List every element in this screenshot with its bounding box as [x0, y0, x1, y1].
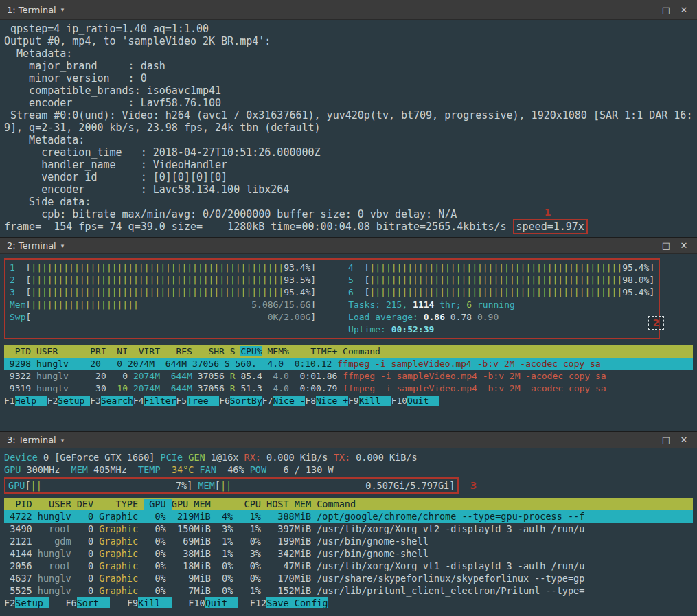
maximize-button[interactable]: □: [657, 435, 675, 445]
gpu-process-row-2056[interactable]: 2056 root 0 Graphic 0% 18MiB 0% 0% 47MiB…: [4, 560, 693, 572]
gpu-process-row-2121[interactable]: 2121 gdm 0 Graphic 0% 69MiB 1% 0% 199MiB…: [4, 535, 693, 547]
text-segment: 0: [77, 523, 100, 534]
text-segment: 644M: [165, 383, 198, 393]
text-segment: MEM% TIME+ Command: [262, 346, 380, 356]
text-segment: R: [230, 383, 241, 393]
fkey-help[interactable]: Help: [15, 396, 47, 406]
meter-line: Swp[ 0K/2.00G] Load average: 0.86 0.78 0…: [10, 311, 654, 323]
text-segment: root: [38, 523, 77, 534]
fkey-f7[interactable]: F7: [262, 396, 273, 406]
sort-column-cpu[interactable]: CPU%: [240, 346, 262, 356]
text-segment: 1114: [413, 299, 434, 310]
fkey-f6[interactable]: F6: [65, 597, 76, 608]
fkey-f9[interactable]: F9: [127, 597, 138, 608]
text-segment: [: [354, 275, 369, 285]
terminal-line: Metadata:: [4, 47, 693, 60]
terminal-line: vendor_id : [0][0][0][0]: [4, 171, 693, 183]
gpu-process-row-4144[interactable]: 4144 hunglv 0 Graphic 0% 38MiB 1% 3% 342…: [4, 547, 693, 560]
close-button[interactable]: ✕: [675, 5, 693, 15]
gpu-process-row-3490[interactable]: 3490 root 0 Graphic 0% 150MiB 3% 1% 397M…: [4, 523, 693, 535]
annotation-box-2: 1 [|||||||||||||||||||||||||||||||||||||…: [4, 258, 660, 339]
htop-table-header[interactable]: PID USER PRI NI VIRT RES SHR S CPU% MEM%…: [4, 345, 693, 358]
text-segment: ]: [649, 262, 654, 273]
terminal-line: Stream #0:0(und): Video: h264 (avc1 / 0x…: [4, 109, 693, 122]
terminal-line: creation_time : 2018-04-27T10:51:26.0000…: [4, 146, 693, 159]
fkey-f10[interactable]: F10: [391, 396, 407, 406]
text-segment: running: [472, 299, 515, 310]
text-segment: ffmpeg -i sampleVideo.mp4 -b:v 2M -acode…: [343, 383, 606, 393]
text-segment: 0: [77, 573, 100, 584]
gpu-process-row-4637[interactable]: 4637 hunglv 0 Graphic 0% 9MiB 0% 0% 170M…: [4, 572, 693, 584]
maximize-button[interactable]: □: [657, 240, 675, 251]
text-segment: PCIe: [155, 452, 188, 463]
fkey-tree[interactable]: Tree: [187, 396, 219, 406]
text-segment: POW: [250, 464, 273, 475]
text-segment: /usr/lib/pritunl_client_electron/Pritunl…: [317, 585, 584, 596]
process-row-9322[interactable]: 9322 hunglv 20 0 2074M 644M 37056 R 85.4…: [4, 370, 693, 383]
fkey-quit[interactable]: Quit: [407, 396, 439, 406]
fkey-kill[interactable]: Kill: [359, 396, 391, 406]
text-segment: 405MHz: [93, 464, 138, 475]
text-segment: ]: [449, 480, 455, 491]
text-segment: ||||||||||||||||||||||||||||||||||||||||…: [369, 287, 622, 297]
text-segment: 98.0%: [622, 275, 649, 285]
sort-column-gpu[interactable]: GPU: [144, 499, 172, 510]
fkey-save-config[interactable]: Save Config: [266, 597, 328, 608]
text-segment: 300MHz: [27, 464, 71, 475]
ffmpeg-progress-line: frame= 154 fps= 74 q=39.0 size= 1280kB t…: [4, 220, 693, 233]
text-segment: MEM: [71, 464, 94, 475]
maximize-button[interactable]: □: [657, 5, 675, 15]
fkey-setup[interactable]: Setup: [58, 396, 90, 406]
text-segment: ffmpeg -i sampleVideo.mp4 -b:v 2M -acode…: [337, 358, 601, 369]
terminal-line: cpb: bitrate max/min/avg: 0/0/2000000 bu…: [4, 208, 693, 220]
terminal-window-3: 3: Terminal ▾ □ ✕ Device 0 [GeForce GTX …: [0, 431, 697, 616]
text-segment: 93.4%: [284, 262, 310, 273]
text-segment: [49, 597, 65, 608]
fkey-quit[interactable]: Quit: [205, 597, 239, 608]
text-segment: 0: [112, 371, 133, 381]
text-segment: Graphic: [99, 523, 144, 534]
fkey-nice-plus[interactable]: Nice +: [316, 396, 348, 406]
fkey-f3[interactable]: F3: [90, 396, 101, 406]
text-segment: 0: [77, 585, 100, 596]
fkey-f2[interactable]: F2: [4, 597, 15, 608]
gpu-process-row-4722[interactable]: 4722 hunglv 0 Graphic 0% 219MiB 4% 1% 38…: [4, 510, 693, 523]
text-segment: 0% 38MiB 1% 3% 342MiB: [144, 548, 317, 559]
process-row-9298[interactable]: 9298 hunglv 20 0 2074M 644M 37056 S 560.…: [4, 358, 693, 370]
fkey-f12[interactable]: F12: [250, 597, 266, 608]
text-segment: [316, 299, 348, 310]
fkey-f1[interactable]: F1: [4, 396, 15, 406]
fkey-f8[interactable]: F8: [305, 396, 316, 406]
nvtop-table-header[interactable]: PID USER DEV TYPE GPU GPU MEM CPU HOST M…: [4, 498, 693, 510]
fkey-f9[interactable]: F9: [348, 396, 359, 406]
fkey-f2[interactable]: F2: [47, 396, 58, 406]
window3-menu[interactable]: 3: Terminal ▾: [4, 435, 657, 445]
fkey-f10[interactable]: F10: [188, 597, 205, 608]
fkey-sortby[interactable]: SortBy: [230, 396, 262, 406]
fkey-kill[interactable]: Kill: [138, 597, 172, 608]
window2-menu[interactable]: 2: Terminal ▾: [4, 240, 657, 251]
text-segment: 9322: [4, 371, 36, 381]
fkey-search[interactable]: Search: [101, 396, 133, 406]
text-segment: hunglv: [38, 548, 77, 559]
annotation-1-label: 1: [545, 206, 551, 218]
text-segment: 0: [77, 536, 100, 547]
text-segment: 0% 150MiB 3% 1% 397MiB: [144, 523, 317, 534]
text-segment: Load average:: [348, 312, 424, 322]
fkey-f5[interactable]: F5: [176, 396, 187, 406]
fkey-setup[interactable]: Setup: [15, 597, 49, 608]
text-segment: 5525: [4, 585, 38, 596]
fkey-nice-minus[interactable]: Nice -: [273, 396, 305, 406]
gpu-process-row-5525[interactable]: 5525 hunglv 0 Graphic 0% 7MiB 0% 1% 152M…: [4, 584, 693, 597]
window2-title: 2: Terminal: [7, 240, 56, 251]
window1-menu[interactable]: 1: Terminal ▾: [4, 5, 657, 15]
text-segment: hunglv: [38, 573, 77, 584]
fkey-filter[interactable]: Filter: [144, 396, 176, 406]
fkey-sort[interactable]: Sort: [77, 597, 111, 608]
text-segment: 7%: [176, 480, 187, 491]
process-row-9319[interactable]: 9319 hunglv 30 10 2074M 644M 37056 R 51.…: [4, 383, 693, 395]
fkey-f4[interactable]: F4: [133, 396, 144, 406]
close-button[interactable]: ✕: [675, 240, 693, 251]
close-button[interactable]: ✕: [675, 435, 693, 445]
fkey-f6[interactable]: F6: [219, 396, 230, 406]
